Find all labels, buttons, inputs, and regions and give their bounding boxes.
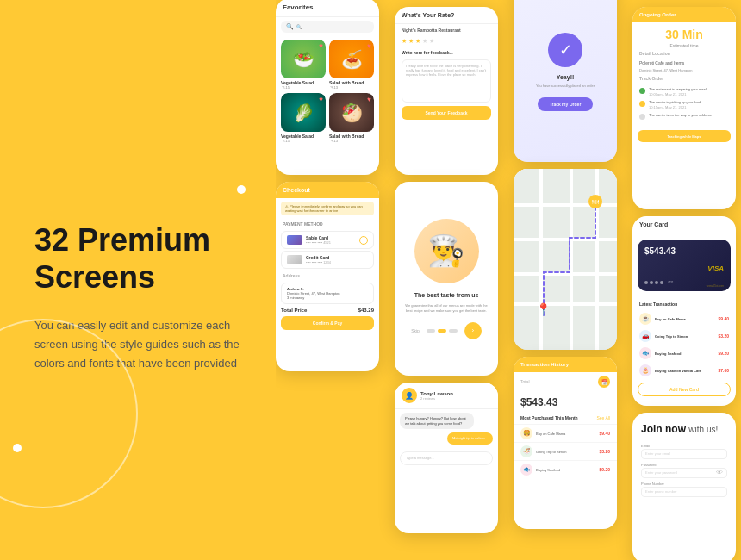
trans-name-3: Buying Seafood [536, 468, 595, 472]
password-field: Password Enter your password 👁 [641, 463, 727, 478]
checkout-sable-card[interactable]: Sable Card •••• •••• •••• 4521 [281, 231, 374, 249]
star-1[interactable]: ★ [402, 38, 407, 45]
heart-icon-2: ♥ [367, 42, 371, 50]
submit-review-button[interactable]: Send Your Feedback [402, 106, 491, 120]
email-input[interactable]: Enter your email [641, 449, 727, 459]
ongoing-header: Ongoing Order [632, 7, 736, 22]
star-5[interactable]: ★ [429, 38, 434, 45]
phone-column-4: Ongoing Order 30 Min Estimated time Deta… [632, 0, 736, 560]
chat-input[interactable]: Type a message... [400, 451, 493, 465]
dot-1 [427, 329, 435, 333]
checkout-credit-card[interactable]: Credit Card •••• •••• •••• 1234 [281, 251, 374, 269]
password-input[interactable]: Enter your password 👁 [641, 468, 727, 478]
email-label: Email [641, 444, 727, 448]
wallet-card: $543.43 VISA 4521 www.25xt.com [638, 240, 731, 291]
fav-item-3[interactable]: 🥬 ♥ Vegetable Salad $6.15 [281, 93, 326, 143]
track-text-3: The carrier is on the way to your addres… [649, 113, 711, 118]
page-title: 32 Premium Screens [34, 221, 241, 296]
wallet-balance: $543.43 [644, 246, 724, 256]
wallet-trans-name-2: Going Trip to Simon [655, 334, 714, 339]
favorites-header: Favorites [276, 0, 379, 17]
wallet-trans-4: 🎂 Buying Cake on Vanilla Cafe $7.60 [632, 362, 736, 379]
fav-item-price-4: $8.13 [329, 139, 374, 143]
total-label: Total Price [281, 308, 307, 313]
review-header: What's Your Rate? [395, 7, 498, 24]
sable-card-number: •••• •••• •••• 4521 [306, 240, 356, 245]
phone-input[interactable]: Enter phone number [641, 487, 727, 497]
chat-message-2: Midnight tip to deliver... [447, 432, 493, 445]
location-name: Poleroti Cafe and Items [632, 59, 736, 67]
track-step-1: The restaurant is preparing your meal10:… [639, 87, 729, 96]
success-title: Yeay!! [557, 74, 575, 80]
see-all-link[interactable]: See All [596, 415, 610, 420]
phones-area: Favorites 🔍 🔍 🥗 ♥ Vegetable Salad $6.15 … [276, 0, 741, 560]
checkout-alert: ⚠ Please immediately confirm and pay so … [281, 202, 374, 215]
transaction-period: Total [520, 379, 530, 384]
review-textarea[interactable]: I really love the food! the place is ver… [402, 59, 491, 103]
wallet-trans-avatar-1: ☕ [639, 313, 651, 325]
confirm-pay-button[interactable]: Confirm & Pay [281, 316, 374, 330]
favorites-search-bar[interactable]: 🔍 🔍 [281, 21, 374, 33]
wallet-trans-avatar-2: 🚗 [639, 330, 651, 342]
dot-group-1 [644, 281, 648, 284]
add-new-card-button[interactable]: Add New Card [638, 383, 731, 396]
restaurant-name: Night's Rambotta Restaurant [395, 24, 498, 36]
next-button[interactable]: › [464, 322, 482, 339]
map-background: 📍 🍽 [514, 169, 617, 350]
tracking-while-maps-button[interactable]: Tracking while Maps [638, 130, 731, 142]
dot-group-3 [655, 281, 658, 284]
email-placeholder: Enter your email [645, 451, 670, 456]
track-step-2: The carrier is picking up your food10:15… [639, 100, 729, 109]
trans-icon-3: 🐟 [520, 464, 532, 476]
wallet-trans-2: 🚗 Going Trip to Simon $3.20 [632, 327, 736, 345]
star-3[interactable]: ★ [415, 38, 420, 45]
wallet-trans-avatar-4: 🎂 [639, 364, 651, 376]
trans-amount-3: $9.20 [599, 467, 610, 472]
wallet-header: Your Card [632, 216, 736, 233]
trans-name-2: Going Trip to Simon [536, 450, 595, 454]
fav-item-2[interactable]: 🍝 ♥ Salad with Bread $8.13 [329, 40, 374, 90]
password-label: Password [641, 463, 727, 467]
eye-icon[interactable]: 👁 [716, 469, 723, 476]
star-4[interactable]: ★ [422, 38, 427, 45]
chat-messages: Please hungry? Hungry? But how about we … [395, 409, 498, 448]
wallet-trans-amount-2: $3.20 [718, 333, 729, 339]
skip-button[interactable]: Skip [411, 328, 420, 333]
wallet-trans-info-2: Going Trip to Simon [655, 334, 714, 339]
trans-name-1: Buy on Cafe Mama [536, 432, 595, 436]
wallet-trans-name-1: Buy on Cafe Mama [655, 317, 714, 321]
map-pin-start: 📍 [536, 302, 551, 316]
fav-item-4[interactable]: 🥙 ♥ Salad with Bread $8.13 [329, 93, 374, 143]
chat-contact-info: Tony Lawson 2 reviews [420, 391, 453, 401]
wallet-trans-name-4: Buying Cake on Vanilla Cafe [655, 369, 714, 373]
screen-ongoing-order: Ongoing Order 30 Min Estimated time Deta… [632, 7, 736, 209]
map-pin-end: 🍽 [588, 195, 602, 208]
track-order-button[interactable]: Track my Order [538, 97, 594, 111]
calendar-icon[interactable]: 📅 [598, 376, 610, 388]
dot-group-2 [650, 281, 653, 284]
sable-card-icon [287, 235, 302, 245]
chat-contact-status: 2 reviews [420, 396, 453, 401]
success-message: You have successfully placed an order [527, 84, 603, 89]
star-2[interactable]: ★ [408, 38, 414, 45]
track-order-label: Track Order [632, 73, 736, 84]
star-rating[interactable]: ★ ★ ★ ★ ★ [395, 36, 498, 48]
onboarding-controls: Skip › [411, 322, 482, 339]
dot-2 [438, 329, 446, 333]
fav-item-1[interactable]: 🥗 ♥ Vegetable Salad $6.15 [281, 40, 326, 90]
detail-location-label: Detail Location [632, 48, 736, 59]
card-radio[interactable] [359, 236, 368, 245]
wallet-trans-amount-3: $9.20 [718, 351, 729, 356]
join-title: Join now with us! [641, 423, 727, 437]
credit-card-icon [287, 255, 302, 264]
trans-icon-1: 🍔 [520, 427, 532, 439]
phone-column-2: What's Your Rate? Night's Rambotta Resta… [395, 0, 498, 540]
transaction-history-header: Transaction History [514, 357, 617, 372]
track-dot-1 [639, 88, 645, 94]
address-value: Andrew S. Dominic Street, 47, West Hampt… [281, 283, 374, 304]
address-label: Address [276, 271, 379, 281]
screen-map: Order Tracking 📍 🍽 [514, 169, 617, 350]
most-purchased-label: Most Purchased This Month [520, 415, 578, 420]
wallet-trans-3: 🐟 Buying Seafood $9.20 [632, 345, 736, 362]
phone-column-3: ✓ Yeay!! You have successfully placed an… [514, 0, 617, 536]
